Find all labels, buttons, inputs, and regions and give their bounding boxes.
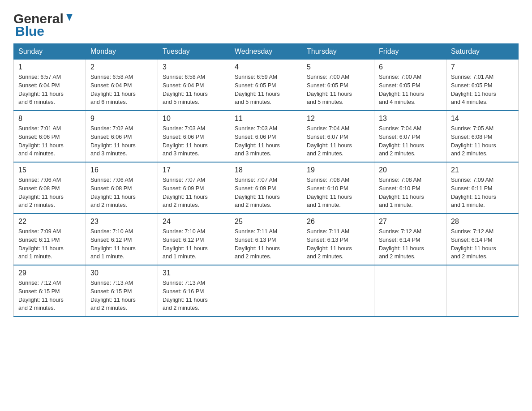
day-number: 25 (235, 218, 297, 226)
day-info: Sunrise: 6:57 AM Sunset: 6:04 PM Dayligh… (18, 73, 81, 107)
calendar-cell: 16 Sunrise: 7:06 AM Sunset: 6:08 PM Dayl… (86, 162, 158, 214)
calendar-cell: 22 Sunrise: 7:09 AM Sunset: 6:11 PM Dayl… (14, 214, 86, 265)
day-number: 22 (18, 218, 81, 226)
day-number: 20 (379, 166, 442, 174)
day-info: Sunrise: 7:08 AM Sunset: 6:10 PM Dayligh… (379, 176, 442, 210)
day-info: Sunrise: 7:06 AM Sunset: 6:08 PM Dayligh… (18, 176, 81, 210)
calendar-cell: 27 Sunrise: 7:12 AM Sunset: 6:14 PM Dayl… (374, 214, 446, 265)
day-number: 1 (18, 63, 81, 71)
day-number: 4 (235, 63, 297, 71)
weekday-header-tuesday: Tuesday (158, 44, 230, 60)
day-info: Sunrise: 7:07 AM Sunset: 6:09 PM Dayligh… (235, 176, 297, 210)
day-info: Sunrise: 7:13 AM Sunset: 6:15 PM Dayligh… (90, 279, 153, 313)
day-number: 16 (90, 166, 153, 174)
day-number: 23 (90, 218, 153, 226)
day-info: Sunrise: 7:01 AM Sunset: 6:06 PM Dayligh… (18, 124, 81, 158)
calendar-cell: 26 Sunrise: 7:11 AM Sunset: 6:13 PM Dayl… (302, 214, 374, 265)
calendar-cell: 20 Sunrise: 7:08 AM Sunset: 6:10 PM Dayl… (374, 162, 446, 214)
calendar-cell: 13 Sunrise: 7:04 AM Sunset: 6:07 PM Dayl… (374, 111, 446, 162)
day-number: 18 (235, 166, 297, 174)
logo-blue-text: Blue (15, 24, 44, 39)
day-info: Sunrise: 7:12 AM Sunset: 6:15 PM Dayligh… (18, 279, 81, 313)
page-header: General Blue (13, 9, 519, 39)
day-number: 30 (90, 269, 153, 277)
weekday-header-thursday: Thursday (302, 44, 374, 60)
calendar-cell: 14 Sunrise: 7:05 AM Sunset: 6:08 PM Dayl… (446, 111, 519, 162)
day-info: Sunrise: 6:58 AM Sunset: 6:04 PM Dayligh… (163, 73, 225, 107)
day-number: 5 (307, 63, 369, 71)
calendar-cell: 17 Sunrise: 7:07 AM Sunset: 6:09 PM Dayl… (158, 162, 230, 214)
calendar-cell: 6 Sunrise: 7:00 AM Sunset: 6:05 PM Dayli… (374, 60, 446, 111)
day-number: 28 (451, 218, 514, 226)
day-info: Sunrise: 7:07 AM Sunset: 6:09 PM Dayligh… (163, 176, 225, 210)
day-number: 11 (235, 115, 297, 123)
day-number: 19 (307, 166, 369, 174)
day-number: 21 (451, 166, 514, 174)
calendar-cell: 8 Sunrise: 7:01 AM Sunset: 6:06 PM Dayli… (14, 111, 86, 162)
day-info: Sunrise: 7:00 AM Sunset: 6:05 PM Dayligh… (379, 73, 442, 107)
day-number: 13 (379, 115, 442, 123)
calendar-week-row: 22 Sunrise: 7:09 AM Sunset: 6:11 PM Dayl… (14, 214, 519, 265)
calendar-cell: 30 Sunrise: 7:13 AM Sunset: 6:15 PM Dayl… (86, 265, 158, 317)
day-number: 2 (90, 63, 153, 71)
day-info: Sunrise: 7:12 AM Sunset: 6:14 PM Dayligh… (379, 227, 442, 261)
day-number: 14 (451, 115, 514, 123)
day-info: Sunrise: 7:02 AM Sunset: 6:06 PM Dayligh… (90, 124, 153, 158)
calendar-week-row: 8 Sunrise: 7:01 AM Sunset: 6:06 PM Dayli… (14, 111, 519, 162)
day-info: Sunrise: 7:09 AM Sunset: 6:11 PM Dayligh… (18, 227, 81, 261)
calendar-cell: 23 Sunrise: 7:10 AM Sunset: 6:12 PM Dayl… (86, 214, 158, 265)
day-info: Sunrise: 6:59 AM Sunset: 6:05 PM Dayligh… (235, 73, 297, 107)
calendar-cell: 3 Sunrise: 6:58 AM Sunset: 6:04 PM Dayli… (158, 60, 230, 111)
calendar-cell: 15 Sunrise: 7:06 AM Sunset: 6:08 PM Dayl… (14, 162, 86, 214)
day-number: 10 (163, 115, 225, 123)
day-info: Sunrise: 7:00 AM Sunset: 6:05 PM Dayligh… (307, 73, 369, 107)
calendar-cell: 18 Sunrise: 7:07 AM Sunset: 6:09 PM Dayl… (230, 162, 302, 214)
calendar-cell: 1 Sunrise: 6:57 AM Sunset: 6:04 PM Dayli… (14, 60, 86, 111)
weekday-header-sunday: Sunday (14, 44, 86, 60)
day-number: 15 (18, 166, 81, 174)
calendar-cell: 4 Sunrise: 6:59 AM Sunset: 6:05 PM Dayli… (230, 60, 302, 111)
day-number: 17 (163, 166, 225, 174)
day-info: Sunrise: 7:11 AM Sunset: 6:13 PM Dayligh… (235, 227, 297, 261)
calendar-cell: 12 Sunrise: 7:04 AM Sunset: 6:07 PM Dayl… (302, 111, 374, 162)
day-info: Sunrise: 7:12 AM Sunset: 6:14 PM Dayligh… (451, 227, 514, 261)
day-info: Sunrise: 7:08 AM Sunset: 6:10 PM Dayligh… (307, 176, 369, 210)
calendar-cell (302, 265, 374, 317)
day-info: Sunrise: 7:04 AM Sunset: 6:07 PM Dayligh… (307, 124, 369, 158)
calendar-cell: 19 Sunrise: 7:08 AM Sunset: 6:10 PM Dayl… (302, 162, 374, 214)
day-number: 26 (307, 218, 369, 226)
day-number: 24 (163, 218, 225, 226)
calendar-week-row: 1 Sunrise: 6:57 AM Sunset: 6:04 PM Dayli… (14, 60, 519, 111)
day-info: Sunrise: 7:10 AM Sunset: 6:12 PM Dayligh… (163, 227, 225, 261)
calendar-cell: 21 Sunrise: 7:09 AM Sunset: 6:11 PM Dayl… (446, 162, 519, 214)
calendar-cell: 5 Sunrise: 7:00 AM Sunset: 6:05 PM Dayli… (302, 60, 374, 111)
calendar-cell: 11 Sunrise: 7:03 AM Sunset: 6:06 PM Dayl… (230, 111, 302, 162)
weekday-header-friday: Friday (374, 44, 446, 60)
weekday-header-row: SundayMondayTuesdayWednesdayThursdayFrid… (14, 44, 519, 60)
logo: General Blue (13, 9, 74, 39)
calendar-cell: 31 Sunrise: 7:13 AM Sunset: 6:16 PM Dayl… (158, 265, 230, 317)
day-info: Sunrise: 7:01 AM Sunset: 6:05 PM Dayligh… (451, 73, 514, 107)
day-number: 12 (307, 115, 369, 123)
weekday-header-monday: Monday (86, 44, 158, 60)
calendar-cell: 7 Sunrise: 7:01 AM Sunset: 6:05 PM Dayli… (446, 60, 519, 111)
day-info: Sunrise: 7:06 AM Sunset: 6:08 PM Dayligh… (90, 176, 153, 210)
weekday-header-saturday: Saturday (446, 44, 519, 60)
day-info: Sunrise: 6:58 AM Sunset: 6:04 PM Dayligh… (90, 73, 153, 107)
day-info: Sunrise: 7:09 AM Sunset: 6:11 PM Dayligh… (451, 176, 514, 210)
calendar-cell (230, 265, 302, 317)
calendar-cell (446, 265, 519, 317)
calendar-cell: 24 Sunrise: 7:10 AM Sunset: 6:12 PM Dayl… (158, 214, 230, 265)
calendar-week-row: 15 Sunrise: 7:06 AM Sunset: 6:08 PM Dayl… (14, 162, 519, 214)
day-info: Sunrise: 7:03 AM Sunset: 6:06 PM Dayligh… (235, 124, 297, 158)
day-number: 3 (163, 63, 225, 71)
day-info: Sunrise: 7:11 AM Sunset: 6:13 PM Dayligh… (307, 227, 369, 261)
day-number: 9 (90, 115, 153, 123)
day-info: Sunrise: 7:03 AM Sunset: 6:06 PM Dayligh… (163, 124, 225, 158)
calendar-cell: 9 Sunrise: 7:02 AM Sunset: 6:06 PM Dayli… (86, 111, 158, 162)
calendar-cell: 10 Sunrise: 7:03 AM Sunset: 6:06 PM Dayl… (158, 111, 230, 162)
logo-arrow-icon (64, 13, 74, 23)
day-number: 27 (379, 218, 442, 226)
day-number: 31 (163, 269, 225, 277)
day-info: Sunrise: 7:05 AM Sunset: 6:08 PM Dayligh… (451, 124, 514, 158)
